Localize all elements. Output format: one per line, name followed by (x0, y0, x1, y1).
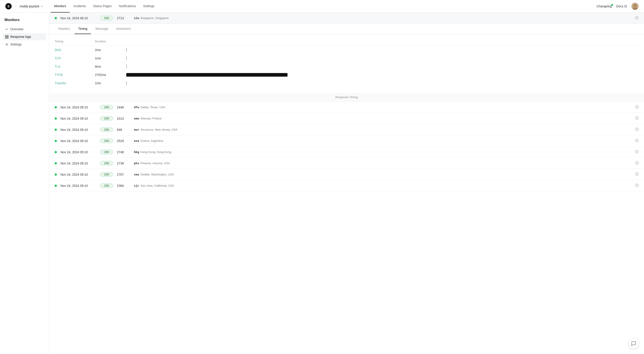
location-name: Seattle, Washington, USA (140, 173, 174, 176)
topbar: S / moldy-joystick Monitors Incidents St… (0, 0, 644, 13)
svg-rect-4 (7, 36, 8, 37)
row-location: sjc San Jose, California, USA (134, 184, 632, 187)
table-row[interactable]: Nov 24, 2024 09:10 200 2738 phx Phoenix,… (49, 158, 644, 169)
timing-label-ttfb: TTFB (55, 73, 95, 77)
row-num: 2707 (117, 173, 130, 176)
timing-label-transfer: Transfer (55, 81, 95, 85)
chat-icon (631, 341, 636, 346)
changelog-dot (611, 4, 613, 6)
table-row[interactable]: Nov 24, 2024 09:10 200 2707 sea Seattle,… (49, 169, 644, 180)
timing-bar-transfer (126, 81, 639, 85)
changelog-button[interactable]: Changelog (596, 5, 612, 8)
timing-label-tls: TLS (55, 65, 95, 68)
location-code: dfw (134, 106, 139, 109)
timing-bar-tcp (126, 57, 639, 60)
row-num: 2360 (117, 184, 130, 188)
svg-rect-3 (5, 36, 6, 37)
row-location: waw Warsaw, Poland (134, 117, 632, 120)
tab-assertions[interactable]: Assertions (113, 24, 134, 34)
nav-incidents[interactable]: Incidents (70, 0, 89, 13)
status-dot (55, 185, 57, 187)
location-name: Dallas, Texas, USA (140, 106, 165, 109)
status-badge: 200 (100, 116, 113, 121)
table-row[interactable]: Nov 24, 2024 09:10 200 2748 hkg Hong Kon… (49, 147, 644, 158)
location-code: phx (134, 162, 139, 165)
chat-bubble-button[interactable] (629, 339, 639, 349)
sidebar-item-response-logs-label: Response logs (10, 35, 31, 39)
svg-point-1 (634, 4, 636, 7)
row-date: Nov 24, 2024 09:10 (60, 139, 96, 143)
row-location: hkg Hong Kong, Hong Kong (134, 150, 632, 154)
status-dot-expanded (55, 17, 57, 19)
clock-icon-expanded (635, 16, 639, 20)
clock-icon (635, 150, 639, 154)
table-row[interactable]: Nov 24, 2024 09:10 200 1013 waw Warsaw, … (49, 113, 644, 124)
tab-timing[interactable]: Timing (74, 24, 91, 34)
main-layout: Monitors Overview Response logs (0, 13, 644, 354)
status-dot (55, 162, 57, 164)
sidebar-item-settings[interactable]: Settings (3, 41, 46, 48)
detail-tabs: Headers Timing Message Assertions (49, 24, 644, 34)
sidebar-item-response-logs[interactable]: Response logs (3, 33, 46, 40)
timing-col-bar-header (126, 40, 639, 43)
clock-icon (635, 105, 639, 109)
response-timing-header: Response Timing (49, 93, 644, 102)
nav-notifications[interactable]: Notifications (115, 0, 140, 13)
timing-section: Timing Duration DNS 2ms TCP 1ms (49, 34, 644, 93)
table-row[interactable]: Nov 24, 2024 09:10 200 2448 dfw Dallas, … (49, 102, 644, 113)
avatar-image (632, 3, 639, 10)
external-link-icon (624, 5, 627, 8)
sidebar-item-overview[interactable]: Overview (3, 26, 46, 33)
table-row[interactable]: Nov 24, 2024 09:10 200 2360 sjc San Jose… (49, 180, 644, 191)
table-row[interactable]: Nov 24, 2024 09:10 200 2529 eze Ezeiza, … (49, 135, 644, 147)
project-name[interactable]: moldy-joystick (20, 5, 44, 8)
nav-monitors[interactable]: Monitors (50, 0, 70, 13)
timing-row-dns: DNS 2ms (55, 46, 639, 54)
expanded-location: sin Singapore, Singapore (134, 16, 632, 20)
location-name: Hong Kong, Hong Kong (140, 150, 171, 154)
location-code: sjc (134, 184, 139, 187)
timing-dur-transfer: 1ms (95, 81, 126, 85)
expanded-location-name: Singapore, Singapore (140, 16, 168, 20)
timing-row-tls: TLS 8ms (55, 63, 639, 71)
table-row[interactable]: Nov 24, 2024 09:10 200 846 ewr Secaucus,… (49, 124, 644, 135)
nav-status-pages[interactable]: Status Pages (90, 0, 115, 13)
chevron-down-icon (40, 5, 44, 8)
status-badge: 200 (100, 183, 113, 188)
row-num: 2738 (117, 162, 130, 165)
timing-table-header: Timing Duration (55, 40, 639, 46)
timing-col-timing-header: Timing (55, 40, 95, 43)
clock-icon (635, 172, 639, 177)
row-location: phx Phoenix, Arizona, USA (134, 162, 632, 165)
row-num: 846 (117, 128, 130, 132)
row-num: 2748 (117, 150, 130, 154)
row-date: Nov 24, 2024 09:10 (60, 106, 96, 109)
row-location: sea Seattle, Washington, USA (134, 173, 632, 176)
docs-button[interactable]: Docs (616, 5, 627, 8)
svg-point-7 (6, 44, 8, 45)
expanded-response-row[interactable]: Nov 24, 2024 09:10 200 2713 sin Singapor… (49, 13, 644, 24)
tab-headers[interactable]: Headers (55, 24, 74, 34)
status-badge: 200 (100, 127, 113, 132)
status-dot (55, 173, 57, 176)
status-dot (55, 117, 57, 120)
data-rows-list: Nov 24, 2024 09:10 200 2448 dfw Dallas, … (49, 102, 644, 191)
expanded-status-badge: 200 (100, 16, 113, 20)
row-date: Nov 24, 2024 09:10 (60, 162, 96, 165)
tab-message[interactable]: Message (92, 24, 112, 34)
row-location: dfw Dallas, Texas, USA (134, 106, 632, 109)
timing-dur-dns: 2ms (95, 48, 126, 52)
timing-table: Timing Duration DNS 2ms TCP 1ms (55, 40, 639, 87)
row-date: Nov 24, 2024 09:10 (60, 184, 96, 188)
avatar[interactable] (632, 3, 639, 10)
sidebar-title: Monitors (3, 18, 46, 22)
status-dot (55, 106, 57, 108)
row-date: Nov 24, 2024 09:10 (60, 117, 96, 120)
sidebar-item-overview-label: Overview (10, 27, 23, 31)
status-badge: 200 (100, 138, 113, 143)
timing-row-transfer: Transfer 1ms (55, 79, 639, 87)
row-date: Nov 24, 2024 09:10 (60, 150, 96, 154)
nav-settings[interactable]: Settings (140, 0, 158, 13)
location-name: Secaucus, New Jersey, USA (140, 128, 177, 131)
location-name: Ezeiza, Argentina (140, 139, 163, 143)
